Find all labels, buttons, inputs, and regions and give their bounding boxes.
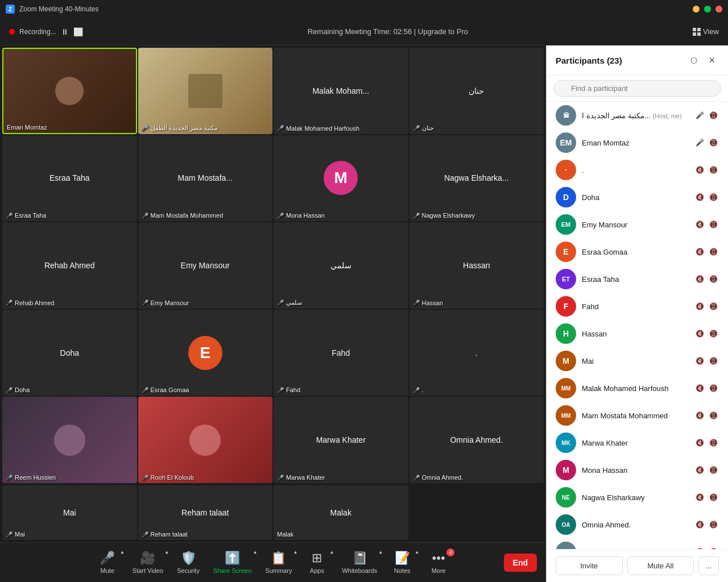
video-label-marwa: Marwa Khater [286,474,325,481]
apps-arrow[interactable]: ▲ [328,548,335,556]
video-cell-esraa-taha[interactable]: Esraa Taha 🎤 Esraa Taha [2,135,137,222]
list-item[interactable]: MM Mam Mostafa Mohammed 🔇 📵 [547,402,728,429]
video-cell-marwa[interactable]: Marwa Khater 🎤 Marwa Khater [274,397,408,483]
participant-name: Mai [582,357,688,365]
list-item[interactable]: 🏛 مكتبة مصر الجديدة ا... (Host, me) 🎤 📵 [547,102,728,129]
mute-all-button[interactable]: Mute All [627,556,694,575]
video-name-display-marwa: Marwa Khater [314,433,368,447]
video-cell-mai[interactable]: Mai 🎤 Mai [2,485,137,540]
list-item[interactable]: ET Esraa Taha 🔇 📵 [547,265,728,293]
muted-icon-marwa: 🎤 [277,475,284,481]
video-name-mai: 🎤 Mai [6,531,25,538]
panel-actions: ⬡ ✕ [687,53,719,67]
mute-group: 🎤 Mute ▲ [90,547,125,577]
video-cell-malak[interactable]: Malak Moham... 🎤 Malak Mohamed Harfoush [274,48,408,134]
list-item[interactable]: EM Eman Momtaz 🎤 📵 [547,129,728,156]
video-cell-emy[interactable]: Emy Mansour 🎤 Emy Mansour [138,222,273,309]
video-cell-malak2[interactable]: Malak Malak [274,485,408,540]
more-button[interactable]: ••• More 4 [421,547,456,577]
notes-arrow[interactable]: ▲ [413,548,420,556]
video-cell-hanan[interactable]: حنان 🎤 حنان [410,48,544,134]
list-item[interactable]: MK Marwa Khater 🔇 📵 [547,429,728,456]
list-item[interactable]: H Hassan 🔇 📵 [547,320,728,347]
video-cell-reem[interactable]: 🎤 Reem Hussien [2,397,137,483]
video-cell-mona[interactable]: M 🎤 Mona Hassan [274,135,408,222]
video-name-doha: 🎤 Doha [6,386,30,393]
video-cell-hassan[interactable]: Hassan 🎤 Hassan [410,222,544,309]
restore-button[interactable] [704,6,711,13]
main-content: Eman Momtaz 🎤 مكتبة مصر الجديدة الطفل Ma… [0,45,728,582]
avatar: D [556,187,576,207]
list-item[interactable]: MM Malak Mohamed Harfoush 🔇 📵 [547,375,728,402]
cam-icon: 📵 [708,137,719,148]
security-label: Security [177,567,200,574]
video-cell-reham[interactable]: Reham talaat 🎤 Reham talaat [138,485,273,540]
start-video-button[interactable]: 🎥 Start Video [127,547,169,577]
share-screen-button[interactable]: ⬆️ Share Screen [208,547,257,577]
summary-arrow[interactable]: ▲ [292,548,299,556]
invite-button[interactable]: Invite [556,556,623,575]
video-cell-mam[interactable]: Mam Mostafa... 🎤 Mam Mostafa Mohammed [138,135,273,222]
panel-popout-button[interactable]: ⬡ [687,53,701,67]
list-item[interactable]: OA Omnia Ahmed. 🔇 📵 [547,511,728,538]
close-button[interactable] [715,6,722,13]
recording-pause-button[interactable]: ⏸ [61,27,69,36]
video-name-fahd: 🎤 Fahd [277,386,300,393]
video-cell-omnia[interactable]: Omnia Ahmed. 🎤 Omnia Ahmed. [410,397,544,483]
muted-mic-icon: 🔇 [694,383,705,394]
video-cell-esraa-gomaa[interactable]: E 🎤 Esraa Gomaa [138,310,273,396]
video-feed-rooh [138,397,273,483]
video-label-hassan: Hassan [422,300,443,306]
video-name-mona: 🎤 Mona Hassan [277,212,325,219]
security-icon: 🛡️ [181,551,196,566]
minimize-button[interactable] [693,6,700,13]
video-cell-dot[interactable]: . 🎤 . [410,310,544,396]
list-item[interactable]: · . 🔇 📵 [547,156,728,184]
video-cell-eman[interactable]: Eman Momtaz [2,48,137,134]
end-button[interactable]: End [504,554,537,572]
notes-label: Notes [394,567,411,574]
cam-off-icon: 📵 [708,383,719,394]
muted-icon-fahd: 🎤 [277,387,284,393]
cam-off-icon: 📵 [708,246,719,257]
participant-controls: 🎤 📵 [694,110,719,121]
avatar: EM [556,132,576,153]
mute-arrow[interactable]: ▲ [119,548,126,556]
muted-icon-maktaba: 🎤 [142,125,148,131]
muted-mic-icon: 🔇 [694,410,705,421]
video-feed-maktaba [138,48,273,134]
video-cell-rooh[interactable]: 🎤 Rooh El Koloub [138,397,273,483]
list-item[interactable]: E Esraa Gomaa 🔇 📵 [547,238,728,265]
list-item[interactable]: NE Nagwa Elsharkawy 🔇 📵 [547,484,728,511]
avatar: 🏛 [556,105,576,126]
participant-controls: 🔇 📵 [694,328,719,339]
video-cell-fahd[interactable]: Fahd 🎤 Fahd [274,310,408,396]
whiteboards-arrow[interactable]: ▲ [377,548,384,556]
video-arrow[interactable]: ▲ [163,548,170,556]
whiteboards-button[interactable]: 📓 Whiteboards [336,547,383,577]
list-item[interactable]: M Mona Hassan 🔇 📵 [547,456,728,484]
recording-stop-button[interactable]: ⬜ [73,27,83,36]
video-label-maktaba: مكتبة مصر الجديدة الطفل [151,124,218,132]
list-item[interactable]: M Mai 🔇 📵 [547,347,728,375]
video-name-display-mam: Mam Mostafa... [176,171,235,185]
security-button[interactable]: 🛡️ Security [171,547,205,577]
list-item[interactable]: D Doha 🔇 📵 [547,184,728,211]
list-item[interactable]: EM Emy Mansour 🔇 📵 [547,211,728,238]
video-cell-nagwa[interactable]: Nagwa Elsharka... 🎤 Nagwa Elsharkawy [410,135,544,222]
video-cell-salmy[interactable]: سلمي 🎤 سلمي [274,222,408,309]
video-cell-maktaba[interactable]: 🎤 مكتبة مصر الجديدة الطفل [138,48,273,134]
list-item[interactable]: R Reem Hussien 🔇 📵 [547,538,728,549]
more-label: More [432,567,446,574]
list-item[interactable]: F Fahd 🔇 📵 [547,293,728,320]
participants-list: 🏛 مكتبة مصر الجديدة ا... (Host, me) 🎤 📵 … [547,102,728,549]
panel-close-button[interactable]: ✕ [705,53,719,67]
avatar: F [556,296,576,317]
video-cell-doha[interactable]: Doha 🎤 Doha [2,310,137,396]
panel-more-button[interactable]: ... [698,556,719,575]
view-button[interactable]: View [693,27,719,36]
participant-search-input[interactable] [553,80,721,97]
video-cell-rehab[interactable]: Rehab Ahmed 🎤 Rehab Ahmed [2,222,137,309]
share-arrow[interactable]: ▲ [251,548,258,556]
muted-icon-mai: 🎤 [6,531,13,538]
